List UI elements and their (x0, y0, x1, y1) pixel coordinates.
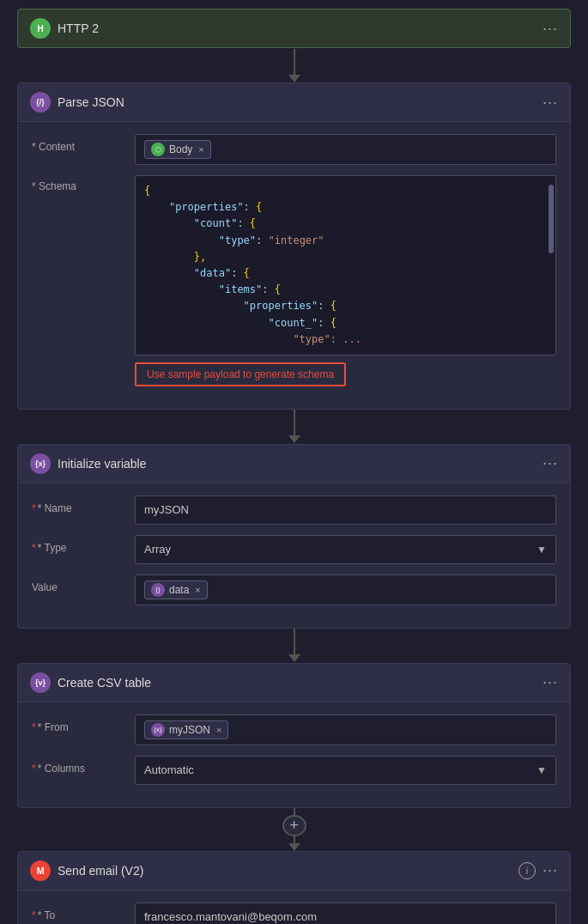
from-label-text: * From (38, 721, 69, 733)
schema-line-5: }, (144, 249, 547, 265)
http2-header-left: H HTTP 2 (30, 18, 99, 39)
connector-line-4a (294, 808, 295, 815)
connector-arrow-3 (288, 654, 300, 662)
connector-1 (17, 48, 571, 82)
send-email-card: M Send email (V2) i ··· ** To francesco.… (17, 851, 571, 924)
add-step-button[interactable]: + (282, 815, 306, 836)
name-label-text: * Name (38, 502, 72, 514)
connector-3 (17, 629, 571, 663)
http2-card: H HTTP 2 ··· (17, 9, 571, 48)
columns-label-text: * Columns (38, 763, 85, 775)
initialize-variable-body: ** Name myJSON ** Type Array ▼ Value {} (18, 483, 570, 628)
data-chip: {} data × (144, 581, 208, 599)
type-value: Array (144, 543, 171, 556)
myjson-chip-close[interactable]: × (216, 725, 221, 735)
schema-line-1: { (144, 183, 547, 199)
connector-line-1 (294, 49, 295, 75)
create-csv-icon: {v} (30, 672, 51, 693)
myjson-chip: {x} myJSON × (144, 720, 228, 739)
schema-line-4: "type": "integer" (144, 233, 547, 249)
connector-2 (17, 410, 571, 444)
connector-arrow-4 (288, 843, 300, 851)
create-csv-header-left: {v} Create CSV table (30, 672, 151, 693)
info-icon[interactable]: i (518, 862, 536, 879)
connector-line-3 (294, 629, 295, 654)
from-label: ** From (32, 714, 135, 733)
schema-box[interactable]: { "properties": { "count": { "type": "in… (135, 175, 556, 356)
data-chip-icon: {} (151, 583, 165, 597)
to-field-row: ** To francesco.mantovani@beqom.com (32, 903, 556, 924)
send-email-menu[interactable]: ··· (543, 861, 558, 879)
columns-label: ** Columns (32, 756, 135, 775)
parse-json-header-left: {/} Parse JSON (30, 92, 124, 112)
name-field-row: ** Name myJSON (32, 495, 556, 525)
body-chip: ⬡ Body × (144, 140, 211, 159)
http2-menu[interactable]: ··· (543, 20, 558, 38)
name-input[interactable]: myJSON (135, 495, 556, 525)
send-email-icon: M (30, 860, 51, 881)
data-chip-label: data (169, 584, 189, 596)
schema-field-row: * Schema { "properties": { "count": { "t… (32, 175, 556, 386)
parse-json-icon: {/} (30, 92, 51, 112)
schema-line-2: "properties": { (144, 199, 547, 216)
send-email-header-right: i ··· (518, 861, 558, 879)
content-field-row: * Content ⬡ Body × (32, 134, 556, 165)
send-email-body: ** To francesco.mantovani@beqom.com ⧉ × … (18, 891, 570, 924)
create-csv-header: {v} Create CSV table ··· (18, 664, 570, 702)
parse-json-menu[interactable]: ··· (543, 94, 558, 112)
content-label: * Content (32, 134, 135, 153)
columns-value: Automatic (144, 763, 194, 776)
type-label: ** Type (32, 535, 135, 554)
http2-icon: H (30, 18, 51, 39)
type-chevron: ▼ (536, 544, 547, 556)
send-email-title: Send email (V2) (58, 864, 143, 878)
columns-required: * (32, 763, 36, 775)
myjson-chip-icon: {x} (151, 723, 165, 737)
content-input[interactable]: ⬡ Body × (135, 134, 556, 165)
name-label: ** Name (32, 495, 135, 514)
generate-schema-button[interactable]: Use sample payload to generate schema (135, 362, 346, 386)
from-field-row: ** From {x} myJSON × (32, 714, 556, 745)
type-label-text: * Type (38, 542, 67, 554)
schema-line-8: "properties": { (144, 298, 547, 314)
parse-json-card: {/} Parse JSON ··· * Content ⬡ Body × * … (17, 82, 571, 410)
create-csv-card: {v} Create CSV table ··· ** From {x} myJ… (17, 663, 571, 808)
data-chip-close[interactable]: × (195, 585, 200, 595)
initialize-variable-menu[interactable]: ··· (543, 454, 558, 472)
to-label-text: * To (38, 909, 55, 921)
columns-field-row: ** Columns Automatic ▼ (32, 756, 556, 785)
send-email-header-left: M Send email (V2) (30, 860, 143, 881)
type-select[interactable]: Array ▼ (135, 535, 556, 564)
create-csv-menu[interactable]: ··· (543, 673, 558, 691)
schema-label: * Schema (32, 175, 135, 192)
create-csv-body: ** From {x} myJSON × ** Columns Automati… (18, 702, 570, 807)
value-label: Value (32, 574, 135, 593)
http2-header: H HTTP 2 ··· (18, 9, 570, 47)
schema-container: { "properties": { "count": { "type": "in… (135, 175, 556, 386)
connector-arrow-1 (288, 75, 300, 82)
initialize-variable-header: {x} Initialize variable ··· (18, 445, 570, 483)
from-input[interactable]: {x} myJSON × (135, 714, 556, 745)
http2-title: HTTP 2 (58, 21, 99, 35)
to-required: * (32, 909, 36, 921)
type-required: * (32, 542, 36, 554)
type-field-row: ** Type Array ▼ (32, 535, 556, 564)
connector-line-2 (294, 410, 295, 435)
initialize-variable-icon: {x} (30, 453, 51, 474)
to-label: ** To (32, 903, 135, 921)
from-required: * (32, 721, 36, 733)
name-value: myJSON (144, 503, 189, 516)
schema-line-3: "count": { (144, 216, 547, 232)
myjson-chip-label: myJSON (169, 724, 210, 736)
value-field-row: Value {} data × (32, 574, 556, 605)
body-chip-close[interactable]: × (198, 144, 203, 155)
to-input[interactable]: francesco.mantovani@beqom.com (135, 903, 556, 924)
parse-json-body: * Content ⬡ Body × * Schema { "propertie… (18, 122, 570, 409)
to-value: francesco.mantovani@beqom.com (144, 910, 317, 923)
schema-line-10: "type": ... (144, 331, 547, 348)
columns-select[interactable]: Automatic ▼ (135, 756, 556, 785)
value-input[interactable]: {} data × (135, 574, 556, 605)
initialize-variable-card: {x} Initialize variable ··· ** Name myJS… (17, 444, 571, 629)
name-required: * (32, 502, 36, 514)
schema-scrollbar[interactable] (549, 185, 554, 253)
